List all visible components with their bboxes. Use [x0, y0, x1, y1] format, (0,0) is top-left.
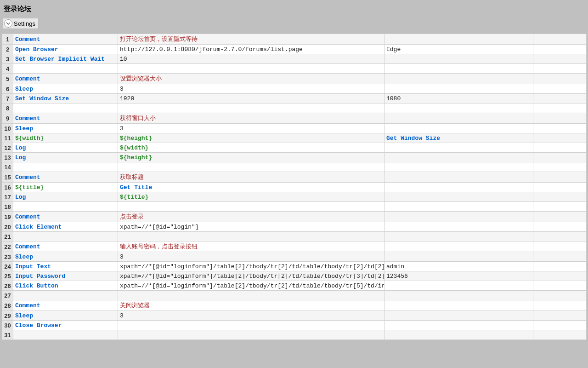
- row-number[interactable]: 7: [2, 94, 13, 104]
- grid-cell[interactable]: [118, 330, 384, 340]
- table-row[interactable]: 24Input Textxpath=//*[@id="loginform"]/t…: [2, 262, 587, 271]
- grid-cell[interactable]: [466, 232, 533, 242]
- grid-cell[interactable]: [466, 262, 533, 271]
- grid-cell[interactable]: [118, 321, 384, 330]
- grid-cell[interactable]: [13, 162, 118, 172]
- test-steps-grid[interactable]: 1Comment打开论坛首页，设置隐式等待2Open Browserhttp:/…: [2, 34, 587, 340]
- table-row[interactable]: 28Comment关闭浏览器: [2, 300, 587, 311]
- grid-cell[interactable]: [466, 54, 533, 64]
- grid-cell[interactable]: [533, 162, 587, 172]
- row-number[interactable]: 31: [2, 330, 13, 340]
- grid-cell[interactable]: ${height}: [118, 133, 384, 143]
- grid-cell[interactable]: xpath=//*[@id="loginform"]/table[2]/tbod…: [118, 281, 384, 291]
- grid-cell[interactable]: Comment: [13, 242, 118, 252]
- grid-cell[interactable]: [384, 192, 466, 202]
- grid-cell[interactable]: [466, 222, 533, 232]
- grid-cell[interactable]: [384, 143, 466, 153]
- grid-cell[interactable]: Log: [13, 143, 118, 153]
- grid-cell[interactable]: [384, 232, 466, 242]
- grid-cell[interactable]: Edge: [384, 45, 466, 54]
- grid-cell[interactable]: [533, 133, 587, 143]
- grid-cell[interactable]: [384, 113, 466, 124]
- table-row[interactable]: 2Open Browserhttp://127.0.0.1:8080/jforu…: [2, 45, 587, 54]
- row-number[interactable]: 18: [2, 202, 13, 212]
- grid-cell[interactable]: [466, 212, 533, 222]
- grid-cell[interactable]: [384, 252, 466, 262]
- row-number[interactable]: 21: [2, 232, 13, 242]
- grid-cell[interactable]: [13, 104, 118, 113]
- grid-cell[interactable]: [13, 330, 118, 340]
- grid-cell[interactable]: [533, 311, 587, 321]
- grid-cell[interactable]: [466, 94, 533, 104]
- row-number[interactable]: 26: [2, 281, 13, 291]
- row-number[interactable]: 4: [2, 64, 13, 74]
- grid-cell[interactable]: 1080: [384, 94, 466, 104]
- table-row[interactable]: 13Log${height}: [2, 153, 587, 162]
- grid-cell[interactable]: Open Browser: [13, 45, 118, 54]
- grid-cell[interactable]: Sleep: [13, 124, 118, 133]
- grid-cell[interactable]: Log: [13, 192, 118, 202]
- grid-cell[interactable]: [384, 153, 466, 162]
- grid-cell[interactable]: 打开论坛首页，设置隐式等待: [118, 34, 384, 45]
- grid-cell[interactable]: [384, 212, 466, 222]
- grid-cell[interactable]: [384, 183, 466, 192]
- grid-cell[interactable]: [466, 45, 533, 54]
- row-number[interactable]: 11: [2, 133, 13, 143]
- grid-cell[interactable]: [13, 202, 118, 212]
- grid-cell[interactable]: Comment: [13, 300, 118, 311]
- grid-cell[interactable]: [384, 281, 466, 291]
- row-number[interactable]: 10: [2, 124, 13, 133]
- table-row[interactable]: 11${width}${height}Get Window Size: [2, 133, 587, 143]
- table-row[interactable]: 3Set Browser Implicit Wait10: [2, 54, 587, 64]
- grid-cell[interactable]: 输入账号密码，点击登录按钮: [118, 242, 384, 252]
- grid-cell[interactable]: [533, 271, 587, 281]
- grid-cell[interactable]: Close Browser: [13, 321, 118, 330]
- grid-cell[interactable]: 获得窗口大小: [118, 113, 384, 124]
- grid-cell[interactable]: [533, 45, 587, 54]
- grid-cell[interactable]: [533, 143, 587, 153]
- grid-cell[interactable]: [533, 153, 587, 162]
- table-row[interactable]: 19Comment点击登录: [2, 212, 587, 222]
- grid-cell[interactable]: Comment: [13, 74, 118, 84]
- grid-cell[interactable]: 3: [118, 84, 384, 94]
- grid-cell[interactable]: [533, 300, 587, 311]
- grid-cell[interactable]: [466, 252, 533, 262]
- row-number[interactable]: 3: [2, 54, 13, 64]
- grid-cell[interactable]: [466, 113, 533, 124]
- grid-cell[interactable]: [13, 64, 118, 74]
- grid-cell[interactable]: [466, 192, 533, 202]
- grid-cell[interactable]: [384, 330, 466, 340]
- grid-cell[interactable]: [13, 232, 118, 242]
- row-number[interactable]: 8: [2, 104, 13, 113]
- grid-cell[interactable]: Log: [13, 153, 118, 162]
- grid-cell[interactable]: [466, 133, 533, 143]
- grid-cell[interactable]: [118, 291, 384, 300]
- grid-cell[interactable]: [384, 162, 466, 172]
- table-row[interactable]: 17Log${title}: [2, 192, 587, 202]
- grid-cell[interactable]: [384, 321, 466, 330]
- row-number[interactable]: 9: [2, 113, 13, 124]
- grid-cell[interactable]: [533, 172, 587, 183]
- grid-cell[interactable]: [384, 54, 466, 64]
- row-number[interactable]: 16: [2, 183, 13, 192]
- settings-button[interactable]: Settings: [3, 18, 39, 29]
- grid-cell[interactable]: Click Element: [13, 222, 118, 232]
- grid-cell[interactable]: ${width}: [13, 133, 118, 143]
- grid-cell[interactable]: [466, 64, 533, 74]
- table-row[interactable]: 4: [2, 64, 587, 74]
- grid-cell[interactable]: [533, 232, 587, 242]
- grid-cell[interactable]: [466, 183, 533, 192]
- row-number[interactable]: 25: [2, 271, 13, 281]
- grid-cell[interactable]: admin: [384, 262, 466, 271]
- grid-cell[interactable]: [466, 330, 533, 340]
- table-row[interactable]: 27: [2, 291, 587, 300]
- grid-cell[interactable]: Click Button: [13, 281, 118, 291]
- grid-cell[interactable]: [384, 124, 466, 133]
- grid-cell[interactable]: [466, 291, 533, 300]
- grid-cell[interactable]: Set Browser Implicit Wait: [13, 54, 118, 64]
- grid-cell[interactable]: 设置浏览器大小: [118, 74, 384, 84]
- grid-cell[interactable]: Sleep: [13, 311, 118, 321]
- grid-cell[interactable]: [466, 84, 533, 94]
- grid-cell[interactable]: Comment: [13, 212, 118, 222]
- table-row[interactable]: 12Log${width}: [2, 143, 587, 153]
